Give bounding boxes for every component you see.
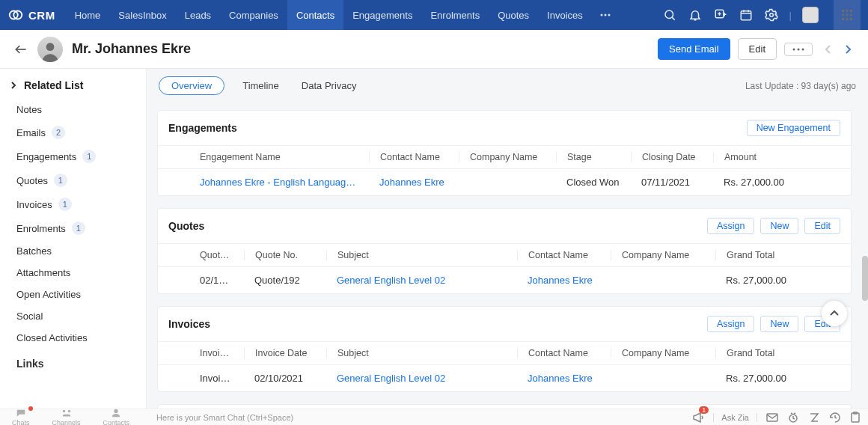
col-quote-company: Company Name xyxy=(611,250,715,260)
back-button[interactable] xyxy=(12,40,30,58)
sidebar-item-label: Engagements xyxy=(16,151,76,162)
invoices-assign-button[interactable]: Assign xyxy=(707,316,755,332)
sidebar-item-open-activities[interactable]: Open Activities xyxy=(0,284,146,305)
ask-zia-button[interactable]: Ask Zia xyxy=(713,413,757,422)
sidebar-item-closed-activities[interactable]: Closed Activities xyxy=(0,327,146,349)
bell-icon[interactable] xyxy=(688,7,703,22)
col-invoice-no: Invoice No. xyxy=(158,348,244,358)
engagement-name-link[interactable]: Johannes Ekre - English Language Trainin… xyxy=(158,177,369,188)
col-invoice-subject: Subject xyxy=(326,348,517,358)
chat-icon xyxy=(16,408,26,418)
engagement-amount: Rs. 27,000.00 xyxy=(713,177,851,188)
tabs-row: Overview Timeline Data Privacy Last Upda… xyxy=(147,69,868,103)
nav-item-contacts[interactable]: Contacts xyxy=(287,0,343,30)
nav-items: HomeSalesInboxLeadsCompaniesContactsEnga… xyxy=(66,0,592,30)
nav-item-enrolments[interactable]: Enrolments xyxy=(421,0,489,30)
invoice-date: 02/10/2021 xyxy=(244,373,326,384)
sidebar-item-emails[interactable]: Emails2 xyxy=(0,120,146,144)
sidebar-item-enrolments[interactable]: Enrolments1 xyxy=(0,216,146,240)
send-email-button[interactable]: Send Email xyxy=(658,38,730,60)
bb-contacts-label: Contacts xyxy=(103,419,130,425)
sidebar-item-social[interactable]: Social xyxy=(0,305,146,327)
history-icon[interactable] xyxy=(829,412,841,424)
bb-channels[interactable]: Channels xyxy=(52,408,81,425)
sidebar-item-label: Emails xyxy=(16,127,46,138)
nav-item-companies[interactable]: Companies xyxy=(220,0,287,30)
user-avatar[interactable] xyxy=(802,7,819,23)
mail-icon[interactable] xyxy=(766,412,778,424)
tab-data-privacy[interactable]: Data Privacy xyxy=(297,77,361,94)
invoices-title: Invoices xyxy=(168,318,210,330)
smart-chat-hint[interactable]: Here is your Smart Chat (Ctrl+Space) xyxy=(156,413,293,422)
brand[interactable]: CRM xyxy=(7,7,55,23)
quote-grand-total: Rs. 27,000.00 xyxy=(715,275,851,286)
edit-button[interactable]: Edit xyxy=(738,38,777,60)
scrollbar-thumb[interactable] xyxy=(862,256,868,301)
invoice-row[interactable]: Invoice/189 02/10/2021 General English L… xyxy=(158,365,851,391)
sidebar-item-invoices[interactable]: Invoices1 xyxy=(0,192,146,216)
nav-item-home[interactable]: Home xyxy=(66,0,110,30)
brand-name: CRM xyxy=(28,9,55,22)
bb-chats[interactable]: Chats xyxy=(12,408,30,425)
clock-icon[interactable] xyxy=(787,412,799,424)
section-invoices: Invoices Assign New Edit Invoice No. Inv… xyxy=(157,306,852,392)
add-icon[interactable] xyxy=(713,7,728,22)
contacts-icon xyxy=(111,408,121,418)
invoices-new-button[interactable]: New xyxy=(760,316,798,332)
apps-grid-icon[interactable] xyxy=(834,0,861,30)
prev-record-button[interactable] xyxy=(820,41,837,58)
invoice-subject-link[interactable]: General English Level 02 xyxy=(326,373,517,384)
col-quote-no: Quote No. xyxy=(244,250,326,260)
related-list-icon xyxy=(9,81,18,90)
zia-icon[interactable] xyxy=(808,412,820,424)
svg-point-3 xyxy=(604,14,606,16)
svg-rect-20 xyxy=(842,14,844,16)
calendar-icon[interactable] xyxy=(739,7,754,22)
nav-item-invoices[interactable]: Invoices xyxy=(538,0,592,30)
tab-timeline[interactable]: Timeline xyxy=(238,77,284,94)
related-list-heading: Related List xyxy=(0,79,146,99)
new-engagement-button[interactable]: New Engagement xyxy=(747,120,840,136)
sidebar-item-batches[interactable]: Batches xyxy=(0,240,146,262)
sidebar-item-engagements[interactable]: Engagements1 xyxy=(0,144,146,168)
svg-point-5 xyxy=(665,10,673,19)
svg-rect-38 xyxy=(852,413,859,422)
sidebar-item-notes[interactable]: Notes xyxy=(0,99,146,120)
nav-item-leads[interactable]: Leads xyxy=(176,0,220,30)
svg-point-29 xyxy=(798,48,800,50)
bb-contacts[interactable]: Contacts xyxy=(103,408,130,425)
svg-rect-19 xyxy=(850,10,852,12)
col-company-name: Company Name xyxy=(459,152,556,162)
next-record-button[interactable] xyxy=(840,41,856,58)
quote-row[interactable]: 02/10/2021 Quote/192 General English Lev… xyxy=(158,267,851,293)
sidebar-item-attachments[interactable]: Attachments xyxy=(0,262,146,284)
top-nav: CRM HomeSalesInboxLeadsCompaniesContacts… xyxy=(0,0,868,30)
quotes-edit-button[interactable]: Edit xyxy=(804,218,840,234)
more-actions-button[interactable] xyxy=(784,43,813,56)
quote-contact-link[interactable]: Johannes Ekre xyxy=(517,275,611,286)
sidebar-item-count: 2 xyxy=(52,126,65,139)
announce-icon[interactable]: 1 xyxy=(692,412,704,424)
nav-item-engagements[interactable]: Engagements xyxy=(343,0,421,30)
search-icon[interactable] xyxy=(662,7,677,22)
svg-point-33 xyxy=(67,410,70,413)
quotes-assign-button[interactable]: Assign xyxy=(707,218,755,234)
col-contact-name: Contact Name xyxy=(369,152,459,162)
tab-overview[interactable]: Overview xyxy=(159,76,224,95)
col-stage: Stage xyxy=(556,152,631,162)
quotes-new-button[interactable]: New xyxy=(760,218,798,234)
sidebar-item-label: Quotes xyxy=(16,175,48,186)
svg-rect-22 xyxy=(850,14,852,16)
invoice-contact-link[interactable]: Johannes Ekre xyxy=(517,373,611,384)
sidebar-item-quotes[interactable]: Quotes1 xyxy=(0,168,146,192)
engagement-row[interactable]: Johannes Ekre - English Language Trainin… xyxy=(158,169,851,195)
engagement-contact-link[interactable]: Johannes Ekre xyxy=(369,177,459,188)
gear-icon[interactable] xyxy=(764,7,779,22)
nav-more-button[interactable] xyxy=(592,9,619,21)
scroll-to-top-button[interactable] xyxy=(822,301,847,326)
clipboard-icon[interactable] xyxy=(850,412,861,424)
quote-subject-link[interactable]: General English Level 02 xyxy=(326,275,517,286)
nav-item-quotes[interactable]: Quotes xyxy=(489,0,538,30)
svg-rect-23 xyxy=(842,18,844,20)
nav-item-salesinbox[interactable]: SalesInbox xyxy=(109,0,175,30)
